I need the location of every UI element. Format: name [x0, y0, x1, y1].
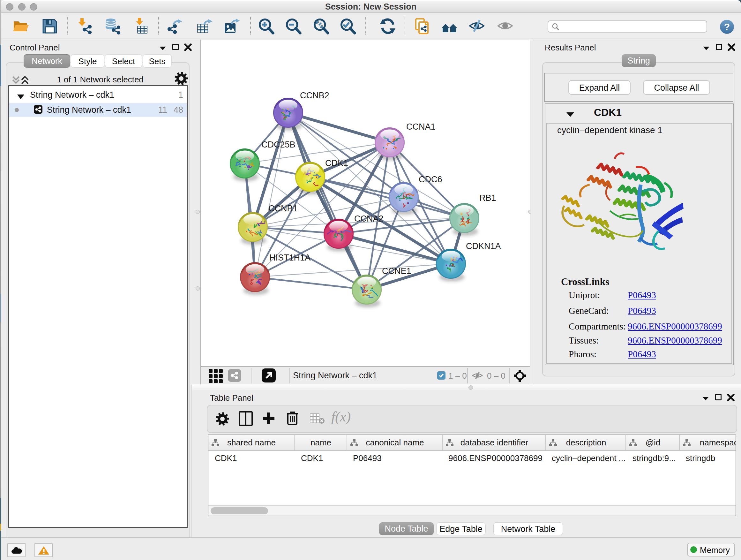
svg-text:HIST1H1A: HIST1H1A [269, 253, 311, 262]
svg-text:CDKN1A: CDKN1A [466, 241, 501, 251]
svg-text:RB1: RB1 [479, 193, 496, 203]
svg-text:CCNB1: CCNB1 [268, 204, 298, 213]
svg-text:CDC25B: CDC25B [261, 140, 295, 149]
svg-text:CDK1: CDK1 [325, 159, 348, 168]
svg-text:CCNA1: CCNA1 [406, 122, 435, 132]
svg-text:CCNB2: CCNB2 [300, 91, 329, 100]
svg-text:CCNE1: CCNE1 [382, 266, 411, 276]
svg-text:CDC6: CDC6 [419, 175, 442, 184]
svg-text:CCNA2: CCNA2 [354, 214, 384, 224]
